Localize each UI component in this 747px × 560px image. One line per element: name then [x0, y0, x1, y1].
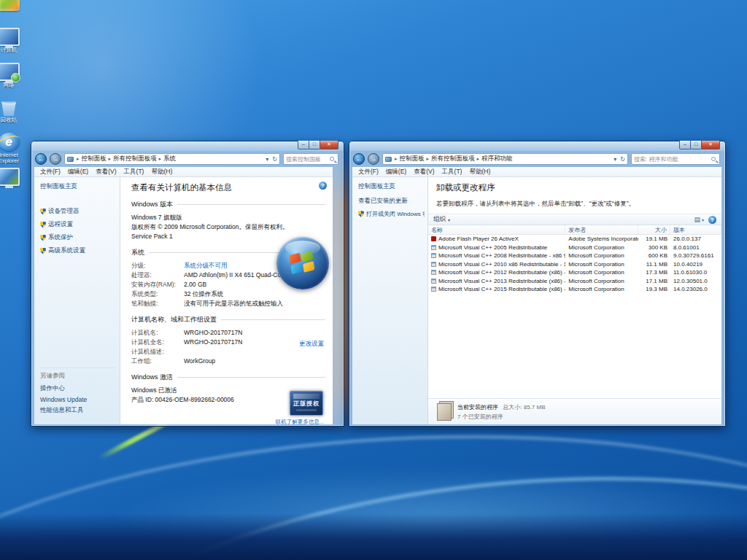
- column-header-publisher[interactable]: 发布者: [565, 225, 638, 234]
- breadcrumb[interactable]: ▸ 控制面板 ▸ 所有控制面板项 ▸ 系统 ▾ ↻: [64, 153, 280, 165]
- organize-button[interactable]: 组织 ▾: [433, 215, 450, 224]
- program-row[interactable]: Microsoft Visual C++ 2005 Redistributabl…: [428, 244, 721, 252]
- desktop-icon[interactable]: [0, 168, 27, 203]
- wallpaper-bottom-shade: [0, 513, 747, 560]
- command-toolbar: 组织 ▾ ▤ ▾ ?: [428, 214, 721, 225]
- chevron-right-icon: ▸: [477, 156, 480, 162]
- program-icon: [431, 236, 436, 241]
- desktop-icon[interactable]: 计算机: [0, 28, 27, 63]
- menu-item[interactable]: 文件(F): [355, 168, 382, 176]
- page-title: 卸载或更改程序: [428, 182, 721, 193]
- search-icon[interactable]: [711, 157, 716, 161]
- minimize-button[interactable]: –: [679, 141, 691, 149]
- program-size-cell: 19.3 MB: [638, 286, 670, 292]
- programs-window-titlebar[interactable]: – □ ×: [349, 141, 725, 151]
- menu-item[interactable]: 编辑(E): [64, 168, 92, 176]
- computer-name-row: 计算机名: WRGHO-20170717N: [131, 328, 325, 338]
- menu-item[interactable]: 帮助(H): [465, 168, 494, 176]
- column-header-name[interactable]: 名称: [428, 225, 565, 234]
- breadcrumb-segment[interactable]: 所有控制面板项: [431, 155, 475, 163]
- genuine-learn-more-link[interactable]: 联机了解更多信息...: [276, 419, 324, 424]
- program-row[interactable]: Microsoft Visual C++ 2008 Redistributabl…: [428, 252, 721, 260]
- program-version-cell: 26.0.0.137: [670, 236, 721, 242]
- menu-item[interactable]: 帮助(H): [147, 168, 176, 176]
- sidebar-item-view-updates[interactable]: 查看已安装的更新: [358, 197, 425, 206]
- search-input[interactable]: [632, 156, 711, 163]
- sidebar-item-control-panel-home[interactable]: 控制面板主页: [358, 182, 425, 191]
- genuine-windows-badge[interactable]: 正版授权: [290, 391, 323, 416]
- desktop-icon[interactable]: Internet Explorer: [0, 133, 27, 168]
- program-row[interactable]: Microsoft Visual C++ 2013 Redistributabl…: [428, 277, 721, 286]
- close-button[interactable]: ×: [701, 141, 720, 149]
- column-header-version[interactable]: 版本: [670, 225, 721, 234]
- breadcrumb-dropdown-icon[interactable]: ▾: [266, 156, 268, 163]
- sidebar-item-windows-features[interactable]: 打开或关闭 Windows 功能: [358, 210, 425, 218]
- program-publisher-cell: Microsoft Corporation: [565, 286, 638, 292]
- sidebar-item-control-panel-home[interactable]: 控制面板主页: [40, 182, 117, 191]
- system-info-value: 系统分级不可用: [184, 261, 228, 271]
- desktop-icon[interactable]: 回收站: [0, 98, 27, 133]
- program-row[interactable]: Microsoft Visual C++ 2010 x86 Redistribu…: [428, 260, 721, 269]
- see-also-link[interactable]: 性能信息和工具: [40, 406, 115, 415]
- close-button[interactable]: ×: [320, 141, 338, 149]
- program-row[interactable]: Microsoft Visual C++ 2012 Redistributabl…: [428, 268, 721, 277]
- back-button[interactable]: ←: [35, 153, 47, 165]
- activation-block: Windows 已激活 产品 ID: 00426-OEM-8992662-000…: [131, 386, 325, 408]
- menu-item[interactable]: 查看(V): [92, 168, 120, 176]
- maximize-button[interactable]: □: [690, 141, 702, 149]
- breadcrumb-segment[interactable]: 程序和功能: [481, 155, 513, 163]
- see-also-title: 另请参阅: [40, 372, 115, 381]
- refresh-icon[interactable]: ↻: [620, 156, 625, 163]
- refresh-icon[interactable]: ↻: [272, 156, 277, 163]
- search-icon[interactable]: [330, 157, 334, 161]
- desktop-icon-glyph: [0, 28, 20, 46]
- breadcrumb-segment[interactable]: 系统: [163, 155, 176, 163]
- sidebar-task-link[interactable]: 系统保护: [40, 233, 117, 242]
- breadcrumb-dropdown-icon[interactable]: ▾: [614, 156, 616, 163]
- program-icon: [431, 245, 436, 250]
- sidebar-task-link[interactable]: 远程设置: [40, 220, 117, 229]
- see-also-link[interactable]: 操作中心: [40, 384, 115, 393]
- menu-item[interactable]: 工具(T): [120, 168, 148, 176]
- program-version-cell: 12.0.30501.0: [670, 278, 721, 284]
- uac-shield-icon: [40, 235, 46, 241]
- program-name: Adobe Flash Player 26 ActiveX: [438, 236, 519, 242]
- menu-item[interactable]: 工具(T): [438, 168, 466, 176]
- desktop-icon[interactable]: 网络: [0, 63, 27, 98]
- menu-item[interactable]: 编辑(E): [382, 168, 410, 176]
- sidebar-task-link[interactable]: 高级系统设置: [40, 246, 117, 255]
- column-header-size[interactable]: 大小: [638, 225, 670, 234]
- program-name-cell: Microsoft Visual C++ 2015 Redistributabl…: [428, 286, 565, 292]
- program-publisher-cell: Microsoft Corporation: [565, 269, 638, 276]
- help-icon[interactable]: ?: [319, 182, 327, 190]
- back-button[interactable]: ←: [353, 153, 365, 165]
- breadcrumb[interactable]: ▸ 控制面板 ▸ 所有控制面板项 ▸ 程序和功能 ▾ ↻: [382, 153, 628, 165]
- programs-stack-icon: [437, 403, 452, 421]
- help-icon[interactable]: ?: [708, 216, 716, 224]
- forward-button[interactable]: →: [50, 153, 61, 165]
- page-title: 查看有关计算机的基本信息: [131, 182, 325, 193]
- desktop-icon[interactable]: [0, 0, 27, 28]
- program-row[interactable]: Microsoft Visual C++ 2015 Redistributabl…: [428, 285, 721, 294]
- dropdown-icon: ▾: [702, 217, 704, 222]
- program-publisher-cell: Microsoft Corporation: [565, 252, 638, 259]
- menu-item[interactable]: 查看(V): [410, 168, 438, 176]
- breadcrumb-segment[interactable]: 所有控制面板项: [113, 155, 157, 163]
- breadcrumb-segment[interactable]: 控制面板: [82, 155, 107, 163]
- sidebar-task-link[interactable]: 设备管理器: [40, 207, 117, 216]
- system-window-titlebar[interactable]: – □ ×: [31, 141, 344, 151]
- change-settings-link[interactable]: 更改设置: [299, 340, 324, 349]
- program-row[interactable]: Adobe Flash Player 26 ActiveX Adobe Syst…: [428, 235, 721, 244]
- menu-item[interactable]: 文件(F): [36, 168, 64, 176]
- system-info-value: 2.00 GB: [184, 280, 206, 289]
- see-also-link[interactable]: Windows Update: [40, 396, 115, 403]
- change-view-button[interactable]: ▤ ▾: [694, 216, 704, 223]
- search-box: [631, 153, 720, 165]
- maximize-button[interactable]: □: [309, 141, 320, 149]
- total-size: 总大小: 85.7 MB: [503, 404, 545, 411]
- system-window-body: 控制面板主页 设备管理器 远程设置: [34, 177, 333, 424]
- forward-button[interactable]: →: [368, 153, 379, 165]
- breadcrumb-segment[interactable]: 控制面板: [400, 155, 425, 163]
- search-input[interactable]: [284, 156, 330, 163]
- minimize-button[interactable]: –: [298, 141, 309, 149]
